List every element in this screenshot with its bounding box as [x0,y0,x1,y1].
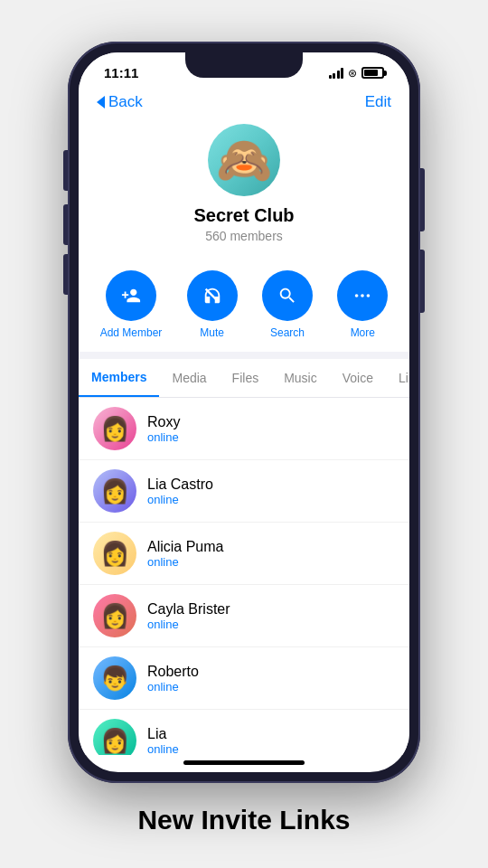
add-member-icon [106,270,156,321]
battery-icon [361,67,384,79]
group-avatar: 🙈 [208,124,280,196]
tab-voice[interactable]: Voice [330,360,386,396]
add-member-label: Add Member [100,326,163,339]
tab-links[interactable]: Lin… [386,360,409,396]
member-row[interactable]: 👩 Roxy online [79,398,409,460]
phone-frame: 11:11 ⊛ Back Edit [68,42,420,783]
tabs-row: Members Media Files Music Voice Lin… [79,359,409,398]
signal-icon [329,68,344,79]
group-header: 🙈 Secret Club 560 members [79,117,409,258]
group-members-count: 560 members [205,229,283,243]
avatar: 👩 [93,469,136,513]
member-info: Cayla Brister online [147,601,230,631]
search-icon [262,270,313,321]
member-status: online [147,430,180,444]
member-row[interactable]: 👩 Lia online [79,710,409,755]
avatar: 👩 [93,719,136,755]
member-status: online [147,493,213,506]
back-label: Back [108,93,143,111]
home-indicator [183,760,305,765]
tab-media[interactable]: Media [159,360,219,396]
edit-button[interactable]: Edit [365,93,391,111]
member-status: online [147,618,230,631]
avatar: 👦 [93,656,136,700]
more-icon [337,270,388,321]
member-name: Roxy [147,414,180,430]
action-more[interactable]: More [337,270,388,339]
member-info: Roxy online [147,414,180,444]
mute-label: Mute [200,326,224,339]
svg-point-3 [367,294,371,297]
svg-point-1 [355,294,359,297]
member-name: Lia [147,726,179,742]
notch [185,52,303,78]
back-button[interactable]: Back [97,93,143,111]
member-status: online [147,680,199,693]
member-row[interactable]: 👦 Roberto online [79,647,409,710]
avatar: 👩 [93,407,136,450]
member-name: Cayla Brister [147,601,230,618]
phone-screen: 11:11 ⊛ Back Edit [79,52,409,772]
member-name: Alicia Puma [147,539,223,555]
avatar: 👩 [93,594,136,637]
avatar: 👩 [93,532,136,575]
search-label: Search [270,326,305,339]
group-avatar-emoji: 🙈 [216,134,272,186]
member-status: online [147,742,179,756]
tab-members[interactable]: Members [79,359,159,397]
member-info: Alicia Puma online [147,539,223,569]
actions-row: Add Member Mute Search [79,258,409,352]
member-info: Lia Castro online [147,476,213,506]
chevron-left-icon [97,96,105,108]
section-divider [79,352,409,359]
status-icons: ⊛ [329,67,385,80]
group-name: Secret Club [193,205,294,226]
member-status: online [147,555,223,569]
member-row[interactable]: 👩 Cayla Brister online [79,585,409,647]
action-add-member[interactable]: Add Member [100,270,163,339]
member-row[interactable]: 👩 Lia Castro online [79,460,409,523]
members-list: 👩 Roxy online 👩 Lia Castro online 👩 [79,398,409,755]
nav-bar: Back Edit [79,86,409,117]
member-info: Lia online [147,726,179,756]
tab-files[interactable]: Files [220,360,272,396]
status-time: 11:11 [104,65,138,80]
page-caption: New Invite Links [119,783,368,854]
member-name: Roberto [147,664,199,680]
action-search[interactable]: Search [262,270,313,339]
wifi-icon: ⊛ [348,67,357,80]
svg-point-2 [361,294,364,297]
action-mute[interactable]: Mute [187,270,238,339]
member-name: Lia Castro [147,476,213,493]
tab-music[interactable]: Music [271,360,330,396]
more-label: More [351,326,375,339]
member-row[interactable]: 👩 Alicia Puma online [79,523,409,585]
mute-icon [187,270,238,321]
member-info: Roberto online [147,664,199,693]
